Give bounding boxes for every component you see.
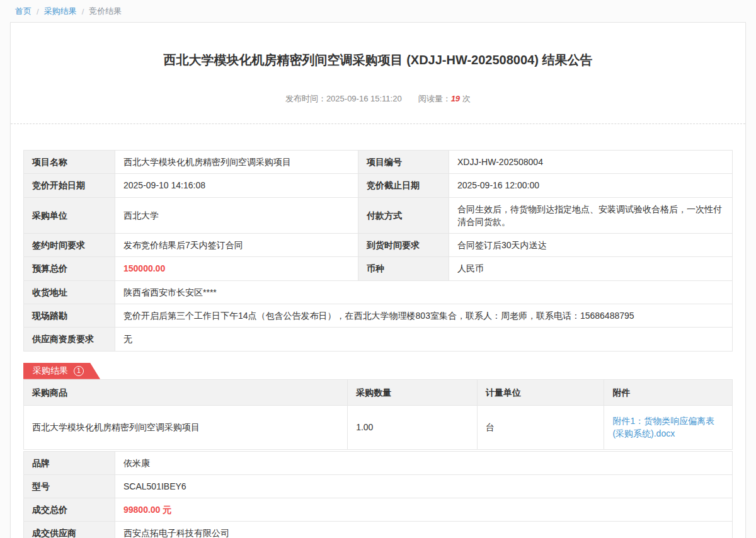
breadcrumb-section-link[interactable]: 采购结果 (44, 6, 77, 17)
page-title: 西北大学模块化机房精密列间空调采购项目 (XDJJ-HW-202508004) … (11, 23, 745, 68)
announcement-card: 西北大学模块化机房精密列间空调采购项目 (XDJJ-HW-202508004) … (10, 22, 746, 538)
info-label-bid-end: 竞价截止日期 (358, 174, 449, 197)
table-row: 型号 SCAL501IBEY6 (24, 474, 733, 498)
item-product-name: 西北大学模块化机房精密列间空调采购项目 (24, 405, 348, 449)
info-value-project-number: XDJJ-HW-202508004 (449, 151, 733, 174)
info-value-supplier-qualification: 无 (115, 328, 733, 351)
breadcrumb-separator: / (82, 7, 84, 16)
info-value-purchaser: 西北大学 (115, 197, 358, 234)
info-value-budget: 150000.00 (115, 257, 358, 280)
content-area: 项目名称 西北大学模块化机房精密列间空调采购项目 项目编号 XDJJ-HW-20… (11, 124, 745, 538)
info-label-bid-start: 竞价开始日期 (24, 174, 115, 197)
table-row: 收货地址 陕西省西安市长安区**** (24, 280, 733, 304)
info-value-site-survey: 竞价开启后第三个工作日下午14点（包含公告发布日），在西北大学物理楼803室集合… (115, 304, 733, 328)
read-count-value: 19 (451, 94, 460, 103)
column-header-attachment: 附件 (604, 379, 733, 405)
table-row: 品牌 依米康 (24, 451, 733, 474)
table-row: 成交总价 99800.00 元 (24, 498, 733, 522)
result-items-table: 采购商品 采购数量 计量单位 附件 西北大学模块化机房精密列间空调采购项目 1.… (23, 379, 733, 450)
info-label-project-name: 项目名称 (24, 151, 115, 174)
info-label-delivery-time: 到货时间要求 (358, 234, 449, 257)
info-label-budget: 预算总价 (24, 257, 115, 280)
table-row: 采购单位 西北大学 付款方式 合同生效后，待货物到达指定地点、安装调试验收合格后… (24, 197, 733, 234)
table-row: 签约时间要求 发布竞价结果后7天内签订合同 到货时间要求 合同签订后30天内送达 (24, 234, 733, 257)
read-count-suffix: 次 (462, 94, 471, 103)
info-label-payment: 付款方式 (358, 197, 449, 234)
table-row: 供应商资质要求 无 (24, 328, 733, 351)
info-value-payment: 合同生效后，待货物到达指定地点、安装调试验收合格后，一次性付清合同货款。 (449, 197, 733, 234)
read-count-label: 阅读量： (418, 94, 451, 103)
breadcrumb-separator: / (37, 7, 39, 16)
detail-value-winning-supplier: 西安点拓电子科技有限公司 (115, 522, 733, 538)
table-header-row: 采购商品 采购数量 计量单位 附件 (24, 379, 733, 405)
info-label-sign-time: 签约时间要求 (24, 234, 115, 257)
breadcrumb-current: 竞价结果 (89, 6, 122, 17)
detail-value-model: SCAL501IBEY6 (115, 474, 733, 498)
info-value-currency: 人民币 (449, 257, 733, 280)
publish-time-value: 2025-09-16 15:11:20 (326, 94, 402, 103)
table-row: 成交供应商 西安点拓电子科技有限公司 (24, 522, 733, 538)
detail-label-brand: 品牌 (24, 451, 115, 474)
info-value-delivery-time: 合同签订后30天内送达 (449, 234, 733, 257)
detail-label-final-price: 成交总价 (24, 498, 115, 522)
detail-label-winning-supplier: 成交供应商 (24, 522, 115, 538)
table-row: 现场踏勘 竞价开启后第三个工作日下午14点（包含公告发布日），在西北大学物理楼8… (24, 304, 733, 328)
table-row: 预算总价 150000.00 币种 人民币 (24, 257, 733, 280)
info-value-project-name: 西北大学模块化机房精密列间空调采购项目 (115, 151, 358, 174)
info-label-site-survey: 现场踏勘 (24, 304, 115, 328)
publish-time-label: 发布时间： (285, 94, 326, 103)
column-header-quantity: 采购数量 (348, 379, 478, 405)
table-row: 竞价开始日期 2025-09-10 14:16:08 竞价截止日期 2025-0… (24, 174, 733, 197)
info-value-bid-end: 2025-09-16 12:00:00 (449, 174, 733, 197)
item-unit: 台 (478, 405, 604, 449)
result-count-badge: 1 (74, 366, 84, 376)
result-badge-label: 采购结果 (33, 365, 68, 377)
info-value-sign-time: 发布竞价结果后7天内签订合同 (115, 234, 358, 257)
result-detail-table: 品牌 依米康 型号 SCAL501IBEY6 成交总价 99800.00 元 成… (23, 451, 733, 538)
info-label-currency: 币种 (358, 257, 449, 280)
table-row: 项目名称 西北大学模块化机房精密列间空调采购项目 项目编号 XDJJ-HW-20… (24, 151, 733, 174)
info-label-delivery-address: 收货地址 (24, 280, 115, 304)
column-header-product: 采购商品 (24, 379, 348, 405)
breadcrumb: 首页 / 采购结果 / 竞价结果 (0, 0, 756, 22)
info-label-project-number: 项目编号 (358, 151, 449, 174)
info-value-bid-start: 2025-09-10 14:16:08 (115, 174, 358, 197)
column-header-unit: 计量单位 (478, 379, 604, 405)
attachment-link[interactable]: 附件1：货物类响应偏离表(采购系统).docx (612, 416, 714, 438)
item-quantity: 1.00 (348, 405, 478, 449)
result-section-badge: 采购结果 1 (23, 363, 100, 379)
info-value-delivery-address: 陕西省西安市长安区**** (115, 280, 733, 304)
detail-value-final-price: 99800.00 元 (115, 498, 733, 522)
info-label-supplier-qualification: 供应商资质要求 (24, 328, 115, 351)
table-row: 西北大学模块化机房精密列间空调采购项目 1.00 台 附件1：货物类响应偏离表(… (24, 405, 733, 449)
breadcrumb-home-link[interactable]: 首页 (15, 6, 32, 17)
detail-label-model: 型号 (24, 474, 115, 498)
info-label-purchaser: 采购单位 (24, 197, 115, 234)
detail-value-brand: 依米康 (115, 451, 733, 474)
project-info-table: 项目名称 西北大学模块化机房精密列间空调采购项目 项目编号 XDJJ-HW-20… (23, 150, 733, 352)
publish-info-row: 发布时间：2025-09-16 15:11:20阅读量：19次 (11, 93, 745, 124)
